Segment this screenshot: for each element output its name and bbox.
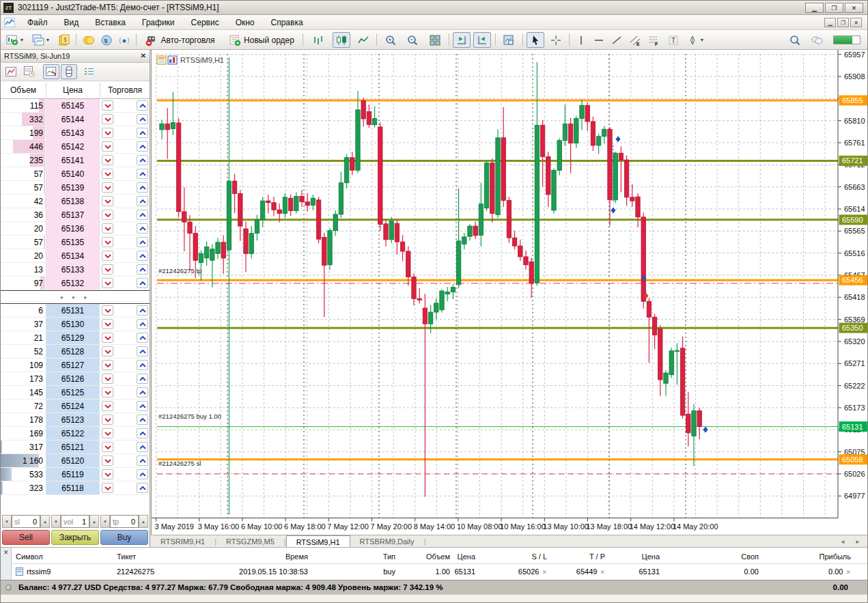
clear-icon[interactable]: ✕ xyxy=(600,569,605,576)
buy-limit-icon[interactable] xyxy=(137,346,148,356)
menu-вставка[interactable]: Вставка xyxy=(87,16,134,29)
tp-down-icon[interactable]: ▼ xyxy=(100,515,110,528)
zoom-in-button[interactable] xyxy=(382,32,400,48)
sell-limit-icon[interactable] xyxy=(102,401,113,411)
sl-down-icon[interactable]: ▼ xyxy=(2,515,12,528)
candle-chart-button[interactable] xyxy=(333,32,350,48)
sell-limit-icon[interactable] xyxy=(102,237,113,247)
sell-limit-icon[interactable] xyxy=(102,305,113,315)
tp-up-icon[interactable]: ▲ xyxy=(139,515,148,528)
line-chart-button[interactable] xyxy=(354,32,372,48)
auto-scroll-button[interactable] xyxy=(473,32,491,48)
dom-ask-row[interactable]: 5765135 xyxy=(1,236,150,249)
dom-bid-row[interactable]: 1 16065120 xyxy=(1,454,150,468)
pt-header-9[interactable]: Своп xyxy=(711,552,759,561)
chat-icon[interactable] xyxy=(807,32,827,48)
auto-trading-button[interactable]: Авто-торговля xyxy=(140,32,221,48)
pt-header-3[interactable]: Тип xyxy=(341,552,395,561)
crosshair-button[interactable] xyxy=(547,32,565,48)
dom-ask-row[interactable]: 33265144 xyxy=(1,113,150,126)
dom-bid-row[interactable]: 53365119 xyxy=(1,468,150,481)
buy-limit-icon[interactable] xyxy=(137,210,148,220)
vertical-line-tool[interactable] xyxy=(573,32,589,48)
sell-limit-icon[interactable] xyxy=(102,374,113,384)
channel-tool[interactable]: E xyxy=(626,32,644,48)
restore-button[interactable]: ❐ xyxy=(825,3,843,13)
position-row[interactable]: rtssim92124262752019.05.15 10:38:53buy1.… xyxy=(12,564,867,579)
vol-up-icon[interactable]: ▲ xyxy=(89,515,99,528)
buy-limit-icon[interactable] xyxy=(137,114,148,124)
chart-tab-RTSGZM9,M5[interactable]: RTSGZM9,M5 xyxy=(216,536,284,548)
chart-window[interactable]: 6595765908658596581065761657126566365614… xyxy=(151,50,868,535)
sell-limit-icon[interactable] xyxy=(102,182,113,193)
pt-header-5[interactable]: Цена xyxy=(428,552,475,561)
pt-header-6[interactable]: S / L xyxy=(486,552,547,561)
buy-limit-icon[interactable] xyxy=(137,182,148,193)
dom-bid-row[interactable]: 10965127 xyxy=(1,359,150,372)
sell-limit-icon[interactable] xyxy=(102,455,113,466)
tp-stepper[interactable]: ▼ tp0 ▲ xyxy=(100,515,148,528)
trendline-tool[interactable] xyxy=(608,32,625,48)
dom-ask-row[interactable]: 5765139 xyxy=(1,181,150,195)
orders-list-icon[interactable] xyxy=(81,64,98,79)
pt-header-2[interactable]: Время xyxy=(192,552,308,561)
tick-chart-icon[interactable] xyxy=(3,64,19,79)
dom-bid-row[interactable]: 14565125 xyxy=(1,386,150,399)
minimize-button[interactable]: ▁ xyxy=(805,3,824,13)
dom-ladder-icon[interactable] xyxy=(61,64,77,79)
sell-limit-icon[interactable] xyxy=(102,155,113,165)
bar-chart-button[interactable] xyxy=(309,32,327,48)
mdi-close-button[interactable]: ✕ xyxy=(850,18,862,27)
dom-ask-row[interactable]: 2065134 xyxy=(1,249,150,263)
buy-limit-icon[interactable] xyxy=(137,169,148,179)
dom-ask-row[interactable]: 19965143 xyxy=(1,126,150,140)
dom-bid-row[interactable]: 31765121 xyxy=(1,440,150,454)
pt-header-8[interactable]: Цена xyxy=(605,552,660,561)
dom-ask-row[interactable]: 11565145 xyxy=(1,99,150,113)
pt-header-10[interactable]: Прибыль xyxy=(789,552,851,561)
buy-limit-icon[interactable] xyxy=(137,264,148,275)
dom-bid-row[interactable]: 16965122 xyxy=(1,427,150,440)
chart-tab-RTSBRM9,Daily[interactable]: RTSBRM9,Daily xyxy=(350,536,424,548)
buy-limit-icon[interactable] xyxy=(137,223,148,234)
sell-limit-icon[interactable] xyxy=(102,387,113,397)
sell-limit-icon[interactable] xyxy=(102,333,113,343)
dom-ask-row[interactable]: 23565141 xyxy=(1,154,150,167)
chart-tab-RTSRIM9,H1[interactable]: RTSRIM9,H1 xyxy=(151,536,214,548)
buy-limit-icon[interactable] xyxy=(137,415,148,425)
sell-limit-icon[interactable] xyxy=(102,128,113,138)
sell-limit-icon[interactable] xyxy=(102,169,113,179)
buy-limit-icon[interactable] xyxy=(137,278,148,288)
sell-limit-icon[interactable] xyxy=(102,100,113,111)
mdi-minimize-button[interactable]: ▁ xyxy=(824,18,836,27)
sell-limit-icon[interactable] xyxy=(102,442,113,452)
sell-button[interactable]: Sell xyxy=(2,530,50,545)
buy-limit-icon[interactable] xyxy=(137,251,148,261)
dom-ask-row[interactable]: 44665142 xyxy=(1,140,150,154)
dom-ask-row[interactable]: 2065136 xyxy=(1,222,150,236)
dom-bid-row[interactable]: 5265128 xyxy=(1,345,150,359)
menu-окно[interactable]: Окно xyxy=(227,16,263,29)
toolbox-close-icon[interactable]: ✕ xyxy=(3,549,9,556)
sell-limit-icon[interactable] xyxy=(102,210,113,220)
signals-icon[interactable] xyxy=(115,32,133,48)
pt-header-0[interactable]: Символ xyxy=(16,552,43,561)
vol-down-icon[interactable]: ▼ xyxy=(51,515,61,528)
buy-limit-icon[interactable] xyxy=(137,196,148,206)
text-tool[interactable]: T xyxy=(664,32,682,48)
dom-bid-row[interactable]: 3765130 xyxy=(1,318,150,331)
menu-файл[interactable]: Файл xyxy=(19,16,56,29)
sell-limit-icon[interactable] xyxy=(102,346,113,356)
dom-bid-row[interactable]: 665131 xyxy=(1,304,150,318)
dom-ask-row[interactable]: 5765140 xyxy=(1,167,150,181)
dom-ask-row[interactable]: 4265138 xyxy=(1,195,150,208)
tab-scroll-arrows[interactable]: ◄ ► xyxy=(840,539,865,545)
buy-limit-icon[interactable] xyxy=(137,333,148,343)
sell-limit-icon[interactable] xyxy=(102,278,113,288)
horizontal-line-tool[interactable] xyxy=(591,32,607,48)
buy-limit-icon[interactable] xyxy=(137,319,148,329)
dom-ask-row[interactable]: 3665137 xyxy=(1,208,150,222)
buy-limit-icon[interactable] xyxy=(137,401,148,411)
fibonacci-tool[interactable]: F xyxy=(645,32,663,48)
buy-button[interactable]: Buy xyxy=(100,530,148,545)
